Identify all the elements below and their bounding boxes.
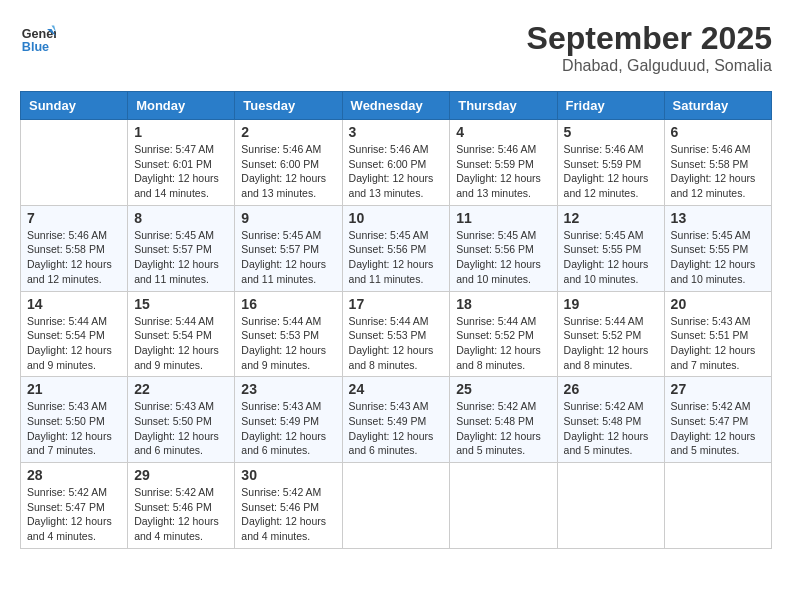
weekday-header-wednesday: Wednesday: [342, 92, 450, 120]
calendar-cell: 22Sunrise: 5:43 AM Sunset: 5:50 PM Dayli…: [128, 377, 235, 463]
calendar-cell: 11Sunrise: 5:45 AM Sunset: 5:56 PM Dayli…: [450, 205, 557, 291]
calendar-cell: 7Sunrise: 5:46 AM Sunset: 5:58 PM Daylig…: [21, 205, 128, 291]
calendar-cell: 8Sunrise: 5:45 AM Sunset: 5:57 PM Daylig…: [128, 205, 235, 291]
day-number: 6: [671, 124, 765, 140]
svg-text:Blue: Blue: [22, 40, 49, 54]
calendar-cell: 28Sunrise: 5:42 AM Sunset: 5:47 PM Dayli…: [21, 463, 128, 549]
day-number: 8: [134, 210, 228, 226]
calendar-cell: [342, 463, 450, 549]
day-info: Sunrise: 5:45 AM Sunset: 5:55 PM Dayligh…: [564, 228, 658, 287]
day-info: Sunrise: 5:42 AM Sunset: 5:46 PM Dayligh…: [241, 485, 335, 544]
weekday-header-row: SundayMondayTuesdayWednesdayThursdayFrid…: [21, 92, 772, 120]
week-row-3: 14Sunrise: 5:44 AM Sunset: 5:54 PM Dayli…: [21, 291, 772, 377]
day-number: 12: [564, 210, 658, 226]
day-number: 29: [134, 467, 228, 483]
day-number: 14: [27, 296, 121, 312]
weekday-header-thursday: Thursday: [450, 92, 557, 120]
calendar-cell: 15Sunrise: 5:44 AM Sunset: 5:54 PM Dayli…: [128, 291, 235, 377]
week-row-5: 28Sunrise: 5:42 AM Sunset: 5:47 PM Dayli…: [21, 463, 772, 549]
week-row-4: 21Sunrise: 5:43 AM Sunset: 5:50 PM Dayli…: [21, 377, 772, 463]
calendar-cell: 25Sunrise: 5:42 AM Sunset: 5:48 PM Dayli…: [450, 377, 557, 463]
day-number: 28: [27, 467, 121, 483]
day-info: Sunrise: 5:42 AM Sunset: 5:47 PM Dayligh…: [671, 399, 765, 458]
calendar-cell: 2Sunrise: 5:46 AM Sunset: 6:00 PM Daylig…: [235, 120, 342, 206]
day-info: Sunrise: 5:44 AM Sunset: 5:53 PM Dayligh…: [349, 314, 444, 373]
week-row-1: 1Sunrise: 5:47 AM Sunset: 6:01 PM Daylig…: [21, 120, 772, 206]
weekday-header-monday: Monday: [128, 92, 235, 120]
day-number: 19: [564, 296, 658, 312]
day-number: 3: [349, 124, 444, 140]
day-number: 30: [241, 467, 335, 483]
calendar-cell: [450, 463, 557, 549]
calendar-cell: 6Sunrise: 5:46 AM Sunset: 5:58 PM Daylig…: [664, 120, 771, 206]
calendar-cell: 21Sunrise: 5:43 AM Sunset: 5:50 PM Dayli…: [21, 377, 128, 463]
calendar-cell: 18Sunrise: 5:44 AM Sunset: 5:52 PM Dayli…: [450, 291, 557, 377]
day-number: 10: [349, 210, 444, 226]
month-title: September 2025: [527, 20, 772, 57]
day-info: Sunrise: 5:42 AM Sunset: 5:48 PM Dayligh…: [564, 399, 658, 458]
calendar-cell: 14Sunrise: 5:44 AM Sunset: 5:54 PM Dayli…: [21, 291, 128, 377]
day-info: Sunrise: 5:46 AM Sunset: 5:59 PM Dayligh…: [564, 142, 658, 201]
day-info: Sunrise: 5:43 AM Sunset: 5:50 PM Dayligh…: [27, 399, 121, 458]
day-info: Sunrise: 5:45 AM Sunset: 5:57 PM Dayligh…: [134, 228, 228, 287]
calendar-cell: 5Sunrise: 5:46 AM Sunset: 5:59 PM Daylig…: [557, 120, 664, 206]
day-info: Sunrise: 5:46 AM Sunset: 5:59 PM Dayligh…: [456, 142, 550, 201]
day-number: 22: [134, 381, 228, 397]
day-info: Sunrise: 5:43 AM Sunset: 5:49 PM Dayligh…: [349, 399, 444, 458]
calendar-cell: 27Sunrise: 5:42 AM Sunset: 5:47 PM Dayli…: [664, 377, 771, 463]
calendar-cell: 16Sunrise: 5:44 AM Sunset: 5:53 PM Dayli…: [235, 291, 342, 377]
day-number: 9: [241, 210, 335, 226]
calendar-cell: 30Sunrise: 5:42 AM Sunset: 5:46 PM Dayli…: [235, 463, 342, 549]
day-number: 15: [134, 296, 228, 312]
logo: General Blue: [20, 20, 56, 56]
day-number: 5: [564, 124, 658, 140]
day-info: Sunrise: 5:44 AM Sunset: 5:54 PM Dayligh…: [27, 314, 121, 373]
day-number: 21: [27, 381, 121, 397]
day-info: Sunrise: 5:44 AM Sunset: 5:52 PM Dayligh…: [456, 314, 550, 373]
day-info: Sunrise: 5:42 AM Sunset: 5:46 PM Dayligh…: [134, 485, 228, 544]
calendar-cell: 10Sunrise: 5:45 AM Sunset: 5:56 PM Dayli…: [342, 205, 450, 291]
day-number: 16: [241, 296, 335, 312]
day-number: 17: [349, 296, 444, 312]
day-info: Sunrise: 5:44 AM Sunset: 5:53 PM Dayligh…: [241, 314, 335, 373]
calendar-cell: 12Sunrise: 5:45 AM Sunset: 5:55 PM Dayli…: [557, 205, 664, 291]
day-info: Sunrise: 5:42 AM Sunset: 5:48 PM Dayligh…: [456, 399, 550, 458]
day-info: Sunrise: 5:45 AM Sunset: 5:56 PM Dayligh…: [456, 228, 550, 287]
day-info: Sunrise: 5:45 AM Sunset: 5:57 PM Dayligh…: [241, 228, 335, 287]
page-header: General Blue September 2025 Dhabad, Galg…: [20, 20, 772, 75]
day-number: 11: [456, 210, 550, 226]
day-info: Sunrise: 5:43 AM Sunset: 5:51 PM Dayligh…: [671, 314, 765, 373]
calendar-cell: [664, 463, 771, 549]
calendar-cell: 1Sunrise: 5:47 AM Sunset: 6:01 PM Daylig…: [128, 120, 235, 206]
day-number: 7: [27, 210, 121, 226]
calendar-cell: 4Sunrise: 5:46 AM Sunset: 5:59 PM Daylig…: [450, 120, 557, 206]
day-number: 4: [456, 124, 550, 140]
calendar-cell: [557, 463, 664, 549]
weekday-header-friday: Friday: [557, 92, 664, 120]
calendar-cell: 19Sunrise: 5:44 AM Sunset: 5:52 PM Dayli…: [557, 291, 664, 377]
weekday-header-tuesday: Tuesday: [235, 92, 342, 120]
day-info: Sunrise: 5:44 AM Sunset: 5:54 PM Dayligh…: [134, 314, 228, 373]
calendar-cell: 20Sunrise: 5:43 AM Sunset: 5:51 PM Dayli…: [664, 291, 771, 377]
day-info: Sunrise: 5:46 AM Sunset: 6:00 PM Dayligh…: [349, 142, 444, 201]
calendar-cell: 29Sunrise: 5:42 AM Sunset: 5:46 PM Dayli…: [128, 463, 235, 549]
day-number: 2: [241, 124, 335, 140]
day-info: Sunrise: 5:46 AM Sunset: 5:58 PM Dayligh…: [27, 228, 121, 287]
day-info: Sunrise: 5:45 AM Sunset: 5:55 PM Dayligh…: [671, 228, 765, 287]
weekday-header-sunday: Sunday: [21, 92, 128, 120]
day-info: Sunrise: 5:43 AM Sunset: 5:50 PM Dayligh…: [134, 399, 228, 458]
calendar-table: SundayMondayTuesdayWednesdayThursdayFrid…: [20, 91, 772, 549]
calendar-cell: 13Sunrise: 5:45 AM Sunset: 5:55 PM Dayli…: [664, 205, 771, 291]
logo-icon: General Blue: [20, 20, 56, 56]
day-info: Sunrise: 5:43 AM Sunset: 5:49 PM Dayligh…: [241, 399, 335, 458]
day-info: Sunrise: 5:46 AM Sunset: 6:00 PM Dayligh…: [241, 142, 335, 201]
day-info: Sunrise: 5:47 AM Sunset: 6:01 PM Dayligh…: [134, 142, 228, 201]
day-info: Sunrise: 5:45 AM Sunset: 5:56 PM Dayligh…: [349, 228, 444, 287]
location-subtitle: Dhabad, Galguduud, Somalia: [527, 57, 772, 75]
calendar-cell: [21, 120, 128, 206]
day-number: 20: [671, 296, 765, 312]
day-number: 25: [456, 381, 550, 397]
day-number: 24: [349, 381, 444, 397]
day-number: 27: [671, 381, 765, 397]
calendar-cell: 23Sunrise: 5:43 AM Sunset: 5:49 PM Dayli…: [235, 377, 342, 463]
